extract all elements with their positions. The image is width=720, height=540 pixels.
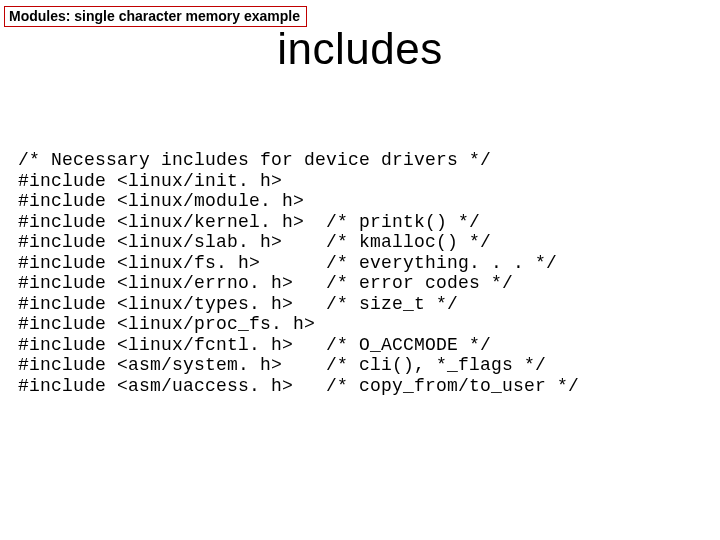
code-line: #include <asm/uaccess. h> /* copy_from/t… — [18, 376, 579, 396]
slide: Modules: single character memory example… — [0, 0, 720, 540]
code-line: #include <linux/module. h> — [18, 191, 304, 211]
code-line: #include <linux/init. h> — [18, 171, 282, 191]
code-line: #include <linux/errno. h> /* error codes… — [18, 273, 513, 293]
code-line: #include <asm/system. h> /* cli(), *_fla… — [18, 355, 546, 375]
code-line: #include <linux/fcntl. h> /* O_ACCMODE *… — [18, 335, 491, 355]
page-title: includes — [0, 24, 720, 74]
code-line: #include <linux/types. h> /* size_t */ — [18, 294, 458, 314]
code-line: #include <linux/proc_fs. h> — [18, 314, 315, 334]
code-line: #include <linux/fs. h> /* everything. . … — [18, 253, 557, 273]
code-line: #include <linux/kernel. h> /* printk() *… — [18, 212, 480, 232]
code-line: #include <linux/slab. h> /* kmalloc() */ — [18, 232, 491, 252]
code-line: /* Necessary includes for device drivers… — [18, 150, 491, 170]
code-block: /* Necessary includes for device drivers… — [18, 150, 579, 396]
